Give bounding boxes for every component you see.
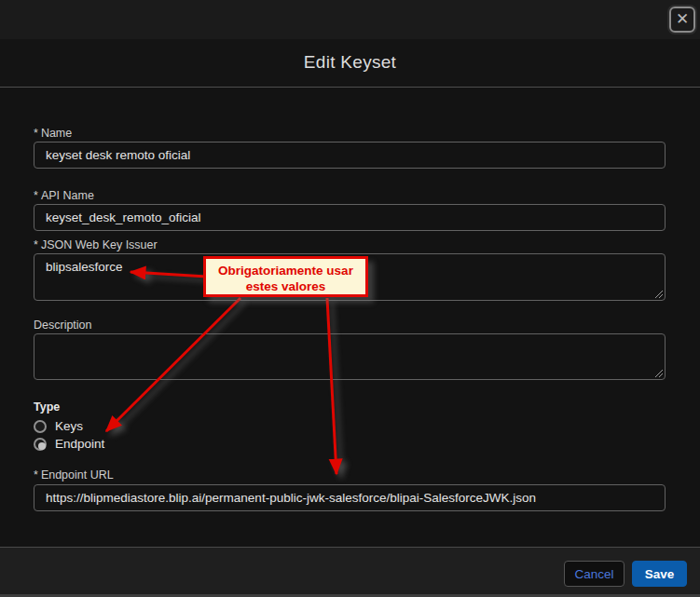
jwk-issuer-label: *JSON Web Key Issuer [34,238,158,251]
required-mark: * [34,189,38,202]
modal-footer: Cancel Save [0,547,700,597]
modal-title: Edit Keyset [0,52,700,73]
name-label: *Name [34,127,72,140]
radio-option-endpoint[interactable]: Endpoint [34,437,104,451]
save-button[interactable]: Save [632,561,687,587]
radio-endpoint-label: Endpoint [55,437,104,451]
radio-keys-label: Keys [55,419,83,433]
radio-keys-icon[interactable] [34,420,47,433]
required-mark: * [34,468,38,482]
type-label: Type [34,400,60,414]
close-icon: ✕ [676,10,689,28]
edit-keyset-modal: ✕ Edit Keyset *Name *API Name *JSON Web … [0,0,700,597]
radio-endpoint-icon[interactable] [34,438,47,451]
description-label: Description [34,319,92,332]
api-name-label: *API Name [34,189,94,202]
close-button[interactable]: ✕ [669,7,695,33]
cancel-button[interactable]: Cancel [564,561,625,587]
endpoint-url-label: *Endpoint URL [34,468,114,482]
annotation-line-2: estes valores [206,278,365,294]
window-backdrop: ✕ [0,0,700,39]
api-name-input[interactable] [34,204,666,231]
required-mark: * [34,238,38,251]
annotation-callout: Obrigatoriamente usar estes valores [203,256,368,297]
radio-option-keys[interactable]: Keys [34,419,83,433]
name-input[interactable] [34,142,666,169]
arrow-to-endpoint-url [327,298,336,474]
required-mark: * [34,127,38,140]
endpoint-url-input[interactable] [34,484,666,511]
modal-header: Edit Keyset [0,39,700,88]
description-textarea[interactable] [34,333,666,380]
annotation-line-1: Obrigatoriamente usar [206,263,365,278]
